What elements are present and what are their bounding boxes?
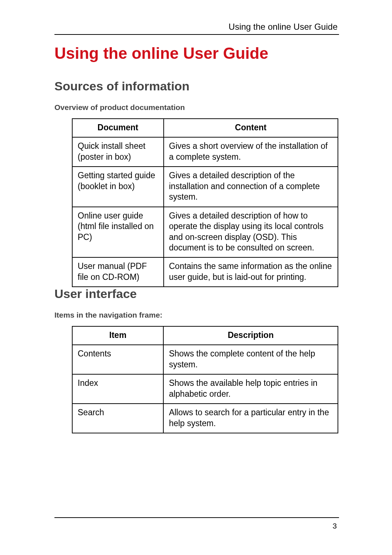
cell-item: Search xyxy=(72,404,163,433)
cell-item: Index xyxy=(72,374,163,404)
cell-description: Allows to search for a particular entry … xyxy=(163,404,338,433)
table-header-row: Document Content xyxy=(72,119,338,137)
col-description: Description xyxy=(163,326,338,345)
table-row: Quick install sheet (poster in box) Give… xyxy=(72,137,338,167)
cell-description: Shows the available help topic entries i… xyxy=(163,374,338,404)
documentation-table: Document Content Quick install sheet (po… xyxy=(72,118,338,287)
running-head: Using the online User Guide xyxy=(229,22,338,32)
subsection-title-nav-items: Items in the navigation frame: xyxy=(54,311,163,319)
page-number: 3 xyxy=(332,522,337,530)
cell-document: Quick install sheet (poster in box) xyxy=(72,137,164,167)
section-title-sources: Sources of information xyxy=(54,79,189,93)
table-row: Getting started guide (booklet in box) G… xyxy=(72,167,338,207)
page-title: Using the online User Guide xyxy=(54,44,268,62)
cell-item: Contents xyxy=(72,345,163,374)
page: Using the online User Guide Using the on… xyxy=(0,0,392,555)
cell-document: User manual (PDF file on CD-ROM) xyxy=(72,257,164,287)
header-rule xyxy=(54,34,339,35)
cell-content: Contains the same information as the onl… xyxy=(164,257,338,287)
table-row: Search Allows to search for a particular… xyxy=(72,404,338,433)
cell-content: Gives a short overview of the installati… xyxy=(164,137,338,167)
table-row: User manual (PDF file on CD-ROM) Contain… xyxy=(72,257,338,287)
table-row: Index Shows the available help topic ent… xyxy=(72,374,338,404)
col-document: Document xyxy=(72,119,164,137)
section-title-ui: User interface xyxy=(54,287,137,301)
cell-content: Gives a detailed description of the inst… xyxy=(164,167,338,207)
footer-rule xyxy=(54,517,339,518)
table-row: Contents Shows the complete content of t… xyxy=(72,345,338,374)
col-item: Item xyxy=(72,326,163,345)
col-content: Content xyxy=(164,119,338,137)
table-row: Online user guide (html file installed o… xyxy=(72,207,338,258)
cell-document: Online user guide (html file installed o… xyxy=(72,207,164,258)
cell-document: Getting started guide (booklet in box) xyxy=(72,167,164,207)
cell-description: Shows the complete content of the help s… xyxy=(163,345,338,374)
table-header-row: Item Description xyxy=(72,326,338,345)
subsection-title-overview: Overview of product documentation xyxy=(54,103,185,112)
cell-content: Gives a detailed description of how to o… xyxy=(164,207,338,258)
nav-items-table: Item Description Contents Shows the comp… xyxy=(72,326,338,433)
